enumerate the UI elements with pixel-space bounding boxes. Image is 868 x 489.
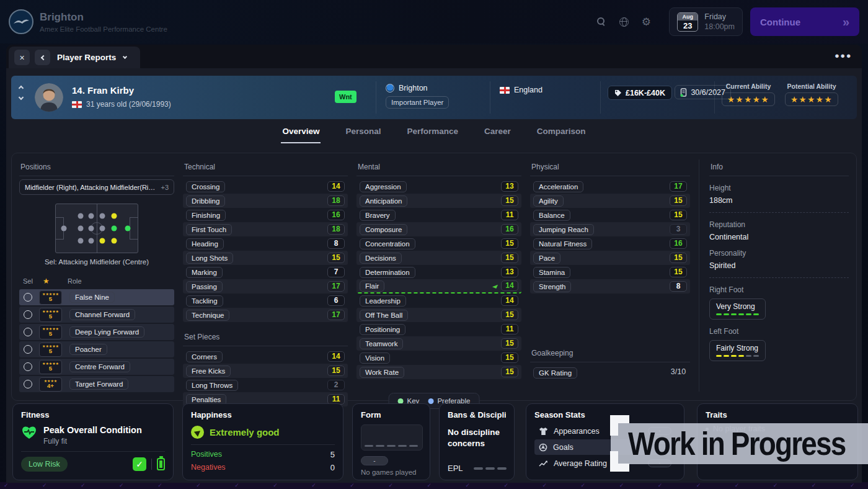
view-tab[interactable]: Career <box>483 119 512 143</box>
chevron-down-icon[interactable] <box>123 54 127 58</box>
form-note: No games played <box>361 469 422 476</box>
view-tab[interactable]: Comparison <box>536 119 587 143</box>
attribute-row[interactable]: Long Shots 15 <box>183 251 348 265</box>
attribute-row[interactable]: Balance 15 <box>530 208 690 222</box>
role-row[interactable]: ★★★★ 4+ Target Forward <box>19 376 174 392</box>
attribute-row[interactable]: Dribbling 18 <box>183 194 348 208</box>
negatives-row[interactable]: Negatives 0 <box>191 463 335 472</box>
role-radio[interactable] <box>24 328 32 336</box>
transfer-value-badge[interactable]: £16K-£40K <box>608 86 672 100</box>
attribute-row[interactable]: Corners 14 <box>183 349 348 364</box>
attribute-row[interactable]: Teamwork 15 <box>356 336 521 351</box>
attribute-row[interactable]: Off The Ball 15 <box>356 308 521 322</box>
attribute-row[interactable]: Concentration 15 <box>356 236 521 251</box>
continue-arrow-icon: » <box>843 15 849 29</box>
attribute-value: 14 <box>501 280 518 291</box>
next-player-button[interactable] <box>19 95 24 100</box>
positions-dropdown[interactable]: Midfielder (Right), Attacking Midfielder… <box>19 179 174 195</box>
attribute-row[interactable]: Work Rate 15 <box>356 365 521 379</box>
role-row[interactable]: ★★★★★ 5 Channel Forward <box>19 307 174 323</box>
view-tab[interactable]: Personal <box>344 119 382 143</box>
back-button[interactable] <box>35 50 50 65</box>
globe-icon[interactable] <box>614 12 633 31</box>
attribute-row[interactable]: Finishing 16 <box>183 208 348 222</box>
continue-button[interactable]: Continue » <box>750 7 859 36</box>
role-radio[interactable] <box>24 293 32 302</box>
attribute-row[interactable]: Strength 8 <box>530 279 690 294</box>
attribute-name: Concentration <box>360 238 415 249</box>
role-radio[interactable] <box>24 362 32 371</box>
club-link[interactable]: Brighton <box>386 84 449 92</box>
technical-column: Technical Crossing 14 Dribbling 18 <box>183 159 348 392</box>
player-name: 14. Fran Kirby <box>72 85 171 96</box>
training-check-icon[interactable]: ✓ <box>133 457 146 471</box>
attribute-name: Decisions <box>360 253 402 264</box>
energy-battery-icon[interactable] <box>157 458 165 470</box>
attribute-row[interactable]: Aggression 13 <box>356 179 521 194</box>
role-radio[interactable] <box>24 345 32 354</box>
search-icon[interactable] <box>592 12 611 31</box>
position-dot <box>89 226 94 231</box>
role-name: Poacher <box>69 344 107 355</box>
work-in-progress-overlay: Work in Progress <box>611 423 868 464</box>
attribute-name: Jumping Reach <box>533 224 594 235</box>
attribute-row[interactable]: Pace 15 <box>530 251 690 265</box>
attribute-row[interactable]: Flair 14 <box>356 279 521 294</box>
role-radio[interactable] <box>24 310 32 319</box>
previous-player-button[interactable] <box>19 86 24 91</box>
attribute-row[interactable]: Marking 7 <box>183 265 348 279</box>
attribute-row[interactable]: Free Kicks 15 <box>183 364 348 378</box>
positions-title: Positions <box>19 159 174 176</box>
role-row[interactable]: ★★★★★ 5 False Nine <box>19 289 174 305</box>
positives-value: 5 <box>330 450 335 459</box>
attribute-row[interactable]: Decisions 15 <box>356 251 521 265</box>
attribute-row[interactable]: Agility 15 <box>530 194 690 208</box>
attribute-row[interactable]: Acceleration 17 <box>530 179 690 194</box>
view-tab[interactable]: Overview <box>281 119 321 143</box>
attribute-row[interactable]: Long Throws 2 <box>183 378 348 392</box>
negatives-label: Negatives <box>191 463 226 472</box>
attribute-row[interactable]: Tackling 6 <box>183 294 348 308</box>
attribute-row[interactable]: Positioning 11 <box>356 322 521 336</box>
more-menu-icon[interactable]: ●●● <box>835 51 852 60</box>
player-reports-tab[interactable]: × Player Reports <box>9 47 140 68</box>
role-row[interactable]: ★★★★★ 5 Centre Forward <box>19 359 174 375</box>
role-row[interactable]: ★★★★★ 5 Poacher <box>19 341 174 357</box>
attribute-row[interactable]: Heading 8 <box>183 236 348 251</box>
settings-gear-icon[interactable]: ⚙ <box>637 12 655 31</box>
attribute-row[interactable]: Bravery 11 <box>356 208 521 222</box>
date-widget[interactable]: Aug 23 Friday 18:00pm <box>669 7 743 36</box>
attribute-row[interactable]: Leadership 14 <box>356 294 521 308</box>
attribute-name: Crossing <box>186 181 225 192</box>
nationality-section[interactable]: England <box>500 86 542 94</box>
transfer-value: £16K-£40K <box>626 89 665 97</box>
attribute-row[interactable]: Jumping Reach 3 <box>530 222 690 236</box>
attribute-row[interactable]: Natural Fitness 16 <box>530 236 690 251</box>
ability-section: Current Ability ★★★★★ Potential Ability … <box>722 83 838 106</box>
attribute-row[interactable]: Stamina 15 <box>530 265 690 279</box>
attribute-row[interactable]: First Touch 18 <box>183 222 348 236</box>
role-row[interactable]: ★★★★★ 5 Deep Lying Forward <box>19 324 174 340</box>
attribute-row[interactable]: Vision 15 <box>356 351 521 365</box>
current-ability: Current Ability ★★★★★ <box>722 83 775 106</box>
selected-position-text: Sel: Attacking Midfielder (Centre) <box>19 258 174 266</box>
attribute-row[interactable]: Crossing 14 <box>183 179 348 194</box>
positives-row[interactable]: Positives 5 <box>191 450 335 459</box>
divider <box>709 277 849 278</box>
left-foot-label: Left Foot <box>709 327 849 336</box>
attribute-row[interactable]: Determination 13 <box>356 265 521 279</box>
attribute-name: Corners <box>186 351 223 362</box>
role-radio[interactable] <box>24 380 32 388</box>
player-header: 14. Fran Kirby 31 years old (29/06/1993)… <box>11 76 857 119</box>
positives-label: Positives <box>191 450 222 459</box>
attribute-row[interactable]: Anticipation 15 <box>356 194 521 208</box>
attribute-row[interactable]: Composure 16 <box>356 222 521 236</box>
close-tab-button[interactable]: × <box>14 50 30 65</box>
potential-ability-stars: ★★★★★ <box>785 92 838 106</box>
transfer-status-badge[interactable]: Wnt <box>335 91 356 103</box>
attribute-row[interactable]: GK Rating 3/10 <box>530 366 690 380</box>
pitch-position-map[interactable] <box>55 204 138 253</box>
attribute-row[interactable]: Technique 17 <box>183 308 348 322</box>
attribute-row[interactable]: Passing 17 <box>183 279 348 294</box>
view-tab[interactable]: Performance <box>405 119 459 143</box>
